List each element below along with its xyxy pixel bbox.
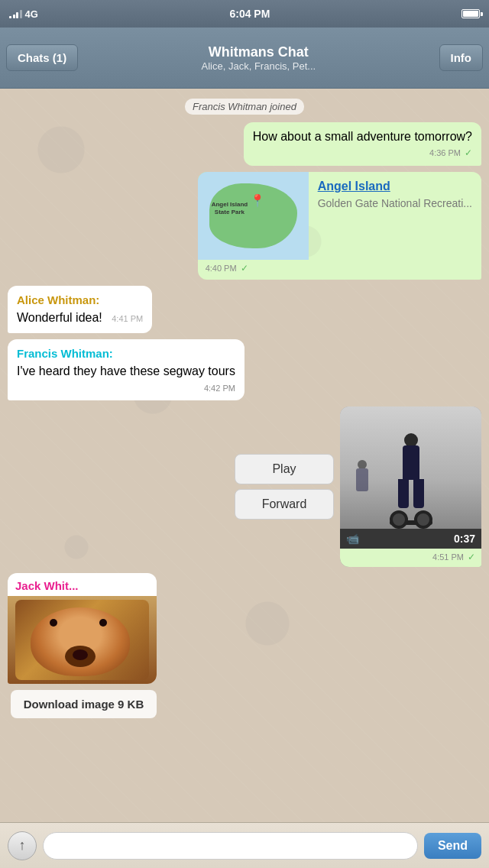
system-message: Francis Whitman joined bbox=[8, 99, 481, 113]
msg-time-francis: 4:42 PM bbox=[204, 383, 235, 394]
msg-time-1: 4:36 PM bbox=[429, 147, 461, 159]
sender-jack: Jack Whit... bbox=[8, 573, 157, 596]
location-name[interactable]: Angel Island bbox=[318, 180, 472, 193]
sender-francis: Francis Whitman: bbox=[17, 345, 235, 361]
download-bar[interactable]: Download image 9 KB bbox=[11, 690, 157, 718]
check-icon-2: ✓ bbox=[241, 263, 248, 274]
bubble-incoming-alice: Alice Whitman: Wonderful idea! 4:41 PM bbox=[8, 286, 152, 332]
location-time: 4:40 PM ✓ bbox=[198, 260, 481, 280]
msg-time-alice: 4:41 PM bbox=[112, 314, 143, 323]
play-button[interactable]: Play bbox=[235, 454, 334, 484]
video-time-row: 4:51 PM ✓ bbox=[340, 549, 481, 567]
back-button[interactable]: Chats (1) bbox=[6, 44, 78, 71]
status-bar: 4G 6:04 PM bbox=[0, 0, 489, 28]
video-camera-icon: 📹 bbox=[346, 533, 359, 545]
video-thumbnail[interactable]: 📹 0:37 4:51 PM ✓ bbox=[340, 406, 481, 567]
input-bar: ↑ Send bbox=[0, 822, 489, 868]
chat-area: Francis Whitman joined How about a small… bbox=[0, 89, 489, 822]
message-row-3: Alice Whitman: Wonderful idea! 4:41 PM bbox=[8, 286, 481, 332]
location-desc: Golden Gate National Recreati... bbox=[318, 196, 472, 212]
carrier-label: 4G bbox=[25, 8, 38, 20]
check-icon-video: ✓ bbox=[468, 552, 475, 562]
image-bubble-jack: Jack Whit... bbox=[8, 573, 157, 684]
message-row-2: Angel IslandState Park 📍 Angel Island Go… bbox=[8, 172, 481, 280]
nav-bar: Chats (1) Whitmans Chat Alice, Jack, Fra… bbox=[0, 28, 489, 89]
signal-icon bbox=[9, 9, 22, 18]
send-button[interactable]: Send bbox=[424, 833, 481, 859]
message-text-francis: I've heard they have these segway tours bbox=[17, 364, 235, 377]
message-text-1: How about a small adventure tomorrow? bbox=[253, 130, 472, 143]
image-preview bbox=[8, 596, 157, 684]
info-button[interactable]: Info bbox=[439, 44, 484, 71]
map-pin-icon: 📍 bbox=[250, 193, 265, 208]
status-left: 4G bbox=[9, 8, 38, 20]
location-map: Angel IslandState Park 📍 bbox=[198, 172, 309, 260]
msg-time-video: 4:51 PM bbox=[432, 552, 464, 562]
message-text-alice: Wonderful idea! bbox=[17, 311, 102, 324]
msg-time-2: 4:40 PM bbox=[206, 264, 237, 273]
message-row-5: Play Forward bbox=[8, 406, 481, 567]
status-right bbox=[461, 9, 480, 18]
chat-subtitle: Alice, Jack, Francis, Pet... bbox=[84, 60, 432, 72]
chat-title: Whitmans Chat bbox=[84, 44, 432, 60]
message-row-6: Jack Whit... Download image 9 KB bbox=[8, 573, 481, 721]
bubble-incoming-francis: Francis Whitman: I've heard they have th… bbox=[8, 339, 244, 401]
video-overlay: 📹 0:37 bbox=[340, 529, 481, 549]
sender-alice: Alice Whitman: bbox=[17, 292, 143, 308]
battery-icon bbox=[461, 9, 480, 18]
nav-center: Whitmans Chat Alice, Jack, Francis, Pet.… bbox=[84, 44, 432, 72]
status-time: 6:04 PM bbox=[229, 8, 270, 20]
location-bubble: Angel IslandState Park 📍 Angel Island Go… bbox=[198, 172, 481, 280]
upload-icon: ↑ bbox=[19, 837, 26, 853]
video-buttons: Play Forward bbox=[235, 454, 334, 520]
message-row-4: Francis Whitman: I've heard they have th… bbox=[8, 339, 481, 401]
video-duration: 0:37 bbox=[454, 533, 475, 545]
check-icon-1: ✓ bbox=[465, 147, 472, 160]
location-info: Angel Island Golden Gate National Recrea… bbox=[309, 172, 481, 260]
video-container: Play Forward bbox=[235, 406, 481, 567]
bubble-outgoing-1: How about a small adventure tomorrow? 4:… bbox=[244, 122, 481, 166]
video-image bbox=[340, 406, 481, 529]
message-row-1: How about a small adventure tomorrow? 4:… bbox=[8, 122, 481, 166]
forward-button[interactable]: Forward bbox=[235, 489, 334, 520]
message-input[interactable] bbox=[43, 832, 418, 860]
upload-button[interactable]: ↑ bbox=[8, 831, 37, 860]
